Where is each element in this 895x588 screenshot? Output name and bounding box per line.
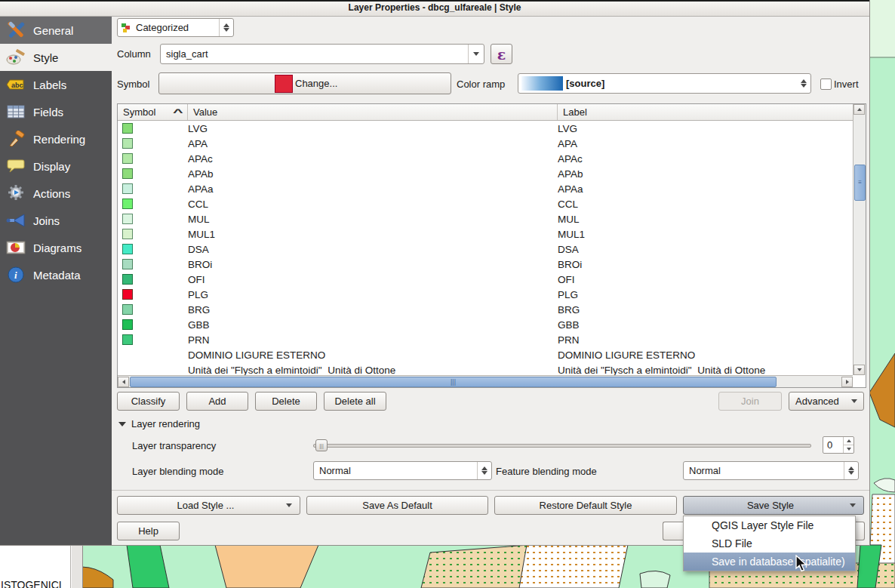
delete-button[interactable]: Delete xyxy=(255,392,317,411)
table-row[interactable]: APAcAPAc xyxy=(118,151,853,166)
layer-rendering-section[interactable]: Layer rendering xyxy=(118,418,200,429)
sidebar-item-diagrams[interactable]: Diagrams xyxy=(0,234,112,261)
category-value[interactable]: PRN xyxy=(188,334,558,346)
horizontal-scroll-thumb[interactable]: ||| xyxy=(130,377,777,387)
sidebar-item-style[interactable]: Style xyxy=(0,44,112,71)
menu-item-qgis-layer-style-file[interactable]: QGIS Layer Style File xyxy=(684,516,855,534)
category-value[interactable]: APAa xyxy=(188,183,558,195)
table-row[interactable]: BROiBROi xyxy=(118,257,853,272)
table-row[interactable]: DOMINIO LIGURE ESTERNODOMINIO LIGURE EST… xyxy=(118,347,853,362)
category-label[interactable]: BRG xyxy=(558,304,853,316)
color-ramp-combo[interactable]: [source] xyxy=(518,73,811,94)
table-row[interactable]: APAAPA xyxy=(118,136,853,151)
category-label[interactable]: APAb xyxy=(558,168,853,180)
dialog-titlebar[interactable]: Layer Properties - dbcg_ulfareale | Styl… xyxy=(0,0,869,17)
category-label[interactable]: LVG xyxy=(558,123,853,134)
add-button[interactable]: Add xyxy=(186,392,248,411)
transparency-slider[interactable]: ||| xyxy=(313,439,811,451)
sidebar-item-display[interactable]: Display xyxy=(0,152,112,180)
category-symbol-swatch[interactable] xyxy=(122,274,133,285)
scroll-down-icon[interactable] xyxy=(853,365,865,375)
category-value[interactable]: DOMINIO LIGURE ESTERNO xyxy=(188,349,558,361)
vertical-scroll-thumb[interactable]: ≡ xyxy=(854,165,866,201)
scroll-right-icon[interactable] xyxy=(841,377,853,387)
category-value[interactable]: APA xyxy=(188,138,558,149)
category-symbol-swatch[interactable] xyxy=(122,199,133,209)
category-symbol-swatch[interactable] xyxy=(122,334,133,345)
category-value[interactable]: GBB xyxy=(188,319,558,331)
symbol-change-button[interactable]: Change... xyxy=(158,72,451,94)
table-row[interactable]: APAaAPAa xyxy=(118,181,853,196)
category-value[interactable]: LVG xyxy=(188,123,558,134)
category-value[interactable]: OFI xyxy=(188,274,558,285)
column-header-symbol[interactable]: Symbol ^ xyxy=(118,104,188,120)
vertical-scrollbar[interactable]: ≡ xyxy=(853,104,866,375)
sidebar-item-labels[interactable]: abcLabels xyxy=(0,71,112,98)
combo-spinner[interactable] xyxy=(844,462,858,479)
category-symbol-swatch[interactable] xyxy=(122,153,133,164)
save-style-button[interactable]: Save Style xyxy=(683,496,864,515)
category-value[interactable]: CCL xyxy=(188,199,558,210)
table-row[interactable]: APAbAPAb xyxy=(118,166,853,181)
spin-up-icon[interactable] xyxy=(844,437,853,445)
category-symbol-swatch[interactable] xyxy=(122,123,133,134)
scroll-left-icon[interactable] xyxy=(118,377,129,387)
menu-item-sld-file[interactable]: SLD File xyxy=(684,534,855,553)
category-label[interactable]: DSA xyxy=(558,244,853,255)
menu-item-save-in-database-spatialite[interactable]: Save in database (spatialite) xyxy=(684,553,855,571)
delete-all-button[interactable]: Delete all xyxy=(324,392,386,411)
sidebar-item-general[interactable]: General xyxy=(0,17,112,44)
category-symbol-swatch[interactable] xyxy=(122,319,133,330)
sidebar-item-rendering[interactable]: Rendering xyxy=(0,125,112,152)
category-value[interactable]: PLG xyxy=(188,289,558,300)
category-symbol-swatch[interactable] xyxy=(122,259,133,269)
obscured-button-right[interactable] xyxy=(854,522,865,540)
table-row[interactable]: OFIOFI xyxy=(118,272,853,287)
category-value[interactable]: APAc xyxy=(188,153,558,165)
category-label[interactable]: MUL1 xyxy=(558,229,853,240)
category-value[interactable]: BRG xyxy=(188,304,558,316)
category-label[interactable]: OFI xyxy=(558,274,853,285)
advanced-button[interactable]: Advanced xyxy=(789,392,864,411)
category-symbol-swatch[interactable] xyxy=(122,289,133,300)
classify-button[interactable]: Classify xyxy=(117,392,180,411)
column-combo[interactable]: sigla_cart xyxy=(160,44,484,64)
table-row[interactable]: GBBGBB xyxy=(118,317,853,332)
combo-spinner[interactable] xyxy=(797,74,810,93)
category-label[interactable]: APA xyxy=(558,138,853,149)
category-value[interactable]: MUL1 xyxy=(188,229,558,240)
combo-spinner[interactable] xyxy=(219,19,233,36)
category-symbol-swatch[interactable] xyxy=(122,168,133,179)
table-row[interactable]: LVGLVG xyxy=(118,121,853,136)
restore-default-style-button[interactable]: Restore Default Style xyxy=(494,496,677,515)
table-row[interactable]: MULMUL xyxy=(118,211,853,226)
category-value[interactable]: BROi xyxy=(188,259,558,270)
sidebar-item-joins[interactable]: Joins xyxy=(0,207,112,234)
help-button[interactable]: Help xyxy=(117,522,180,540)
table-row[interactable]: Unità dei "Flysch a elmintoidi"_Unità di… xyxy=(118,362,853,375)
horizontal-scrollbar[interactable]: ||| xyxy=(118,375,853,387)
load-style-button[interactable]: Load Style ... xyxy=(117,496,300,515)
category-value[interactable]: APAb xyxy=(188,168,558,180)
category-label[interactable]: GBB xyxy=(558,319,853,331)
table-row[interactable]: MUL1MUL1 xyxy=(118,226,853,242)
chevron-down-icon[interactable] xyxy=(468,45,484,63)
category-label[interactable]: APAa xyxy=(558,183,853,195)
layer-blending-combo[interactable]: Normal xyxy=(313,461,492,480)
category-symbol-swatch[interactable] xyxy=(122,244,133,254)
obscured-button-left[interactable] xyxy=(663,522,683,540)
column-header-value[interactable]: Value xyxy=(188,104,558,120)
slider-handle[interactable]: ||| xyxy=(315,439,328,451)
category-value[interactable]: Unità dei "Flysch a elmintoidi"_Unità di… xyxy=(188,365,558,376)
category-value[interactable]: MUL xyxy=(188,214,558,225)
category-symbol-swatch[interactable] xyxy=(122,214,133,224)
table-row[interactable]: PRNPRN xyxy=(118,332,853,347)
category-label[interactable]: BROi xyxy=(558,259,853,270)
table-row[interactable]: DSADSA xyxy=(118,242,853,257)
spin-down-icon[interactable] xyxy=(844,445,853,453)
category-label[interactable]: APAc xyxy=(558,153,853,165)
category-value[interactable]: DSA xyxy=(188,244,558,255)
table-row[interactable]: BRGBRG xyxy=(118,302,853,317)
join-button[interactable]: Join xyxy=(718,392,782,411)
sidebar-item-metadata[interactable]: iMetadata xyxy=(0,261,112,288)
